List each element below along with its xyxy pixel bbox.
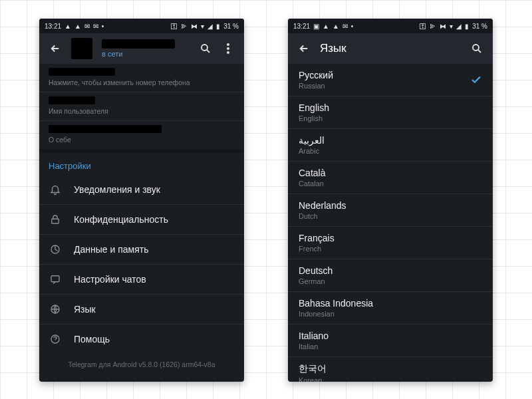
mail-icon: ✉ (84, 23, 90, 30)
language-item[interactable]: NederlandsDutch (288, 194, 493, 227)
back-button[interactable] (297, 42, 311, 55)
mail-icon: ✉ (93, 23, 98, 30)
bio-caption: О себе (49, 136, 235, 144)
data-icon (49, 243, 62, 256)
language-item[interactable]: CatalàCatalan (288, 162, 493, 194)
settings-label: Данные и память (74, 244, 148, 255)
language-item[interactable]: ItalianoItalian (288, 325, 493, 357)
vibrate-icon: ⫸ (430, 23, 436, 30)
back-button[interactable] (49, 42, 62, 55)
app-icon: ▲ (332, 23, 339, 30)
status-bar: 13:21 ▣ ▲ ▲ ✉ • ⚿ ⫸ ⧓ ▾ ◢ ▮ 31 % (288, 19, 493, 33)
language-item[interactable]: EnglishEnglish (288, 96, 493, 129)
phone-row[interactable]: Нажмите, чтобы изменить номер телефона (39, 64, 244, 92)
phone-settings: 13:21 ▲ ▲ ✉ ✉ • ⚿ ⫸ ⧓ ▾ ◢ ▮ 31 % (39, 19, 244, 382)
status-time: 13:21 (45, 23, 61, 30)
settings-data[interactable]: Данные и память (39, 235, 244, 265)
phone-redacted (49, 68, 115, 76)
bio-row[interactable]: О себе (39, 121, 244, 153)
language-item[interactable]: РусскийRussian (288, 64, 493, 96)
language-subtitle: Indonesian (299, 310, 373, 318)
language-subtitle: French (299, 245, 334, 253)
username-row[interactable]: Имя пользователя (39, 92, 244, 121)
avatar[interactable] (71, 38, 92, 59)
app-icon: ▲ (323, 23, 329, 30)
language-subtitle: Korean (299, 376, 327, 382)
key-icon: ⚿ (171, 23, 178, 30)
svg-rect-4 (52, 219, 59, 223)
settings-language[interactable]: Язык (39, 295, 244, 325)
svg-rect-6 (51, 276, 59, 282)
help-icon (49, 332, 62, 346)
svg-point-0 (201, 45, 207, 51)
settings-chats[interactable]: Настройки чатов (39, 265, 244, 295)
language-item[interactable]: FrançaisFrench (288, 227, 493, 259)
svg-point-1 (227, 43, 229, 46)
phone-caption: Нажмите, чтобы изменить номер телефона (49, 78, 235, 86)
app-icon: ▣ (313, 23, 319, 30)
language-subtitle: Dutch (299, 212, 346, 220)
search-button[interactable] (470, 42, 483, 55)
settings-header: Настройки (39, 153, 244, 175)
settings-label: Конфиденциальность (74, 214, 168, 225)
language-name: Italiano (299, 331, 329, 341)
app-icon: ▲ (65, 23, 71, 30)
language-name: Català (299, 168, 325, 178)
bluetooth-icon: ⧓ (440, 23, 446, 30)
more-button[interactable] (221, 42, 235, 55)
status-time: 13:21 (293, 23, 310, 30)
key-icon: ⚿ (420, 23, 426, 30)
battery-icon: ▮ (216, 23, 220, 30)
settings-label: Уведомления и звук (74, 184, 160, 195)
battery-percent: 31 % (472, 23, 487, 30)
language-subtitle: Italian (299, 342, 329, 350)
settings-label: Помощь (74, 334, 110, 344)
language-item[interactable]: DeutschGerman (288, 259, 493, 292)
svg-point-9 (473, 45, 479, 51)
language-subtitle: Arabic (299, 147, 325, 155)
mail-icon: ✉ (342, 23, 348, 30)
toolbar: Язык (288, 33, 493, 64)
settings-help[interactable]: Помощь (39, 325, 244, 354)
language-name: Русский (299, 70, 333, 80)
settings-label: Язык (74, 304, 96, 315)
online-status: в сети (102, 50, 190, 58)
username-redacted (49, 96, 95, 104)
language-subtitle: German (299, 277, 332, 285)
profile-name-redacted (102, 39, 175, 49)
check-icon (470, 74, 482, 86)
vibrate-icon: ⫸ (181, 23, 188, 30)
settings-privacy[interactable]: Конфиденциальность (39, 205, 244, 235)
toolbar: в сети (39, 33, 244, 64)
app-icon: ▲ (74, 23, 81, 30)
wifi-icon: ▾ (450, 23, 453, 30)
search-button[interactable] (199, 42, 212, 55)
language-name: Nederlands (299, 200, 346, 211)
language-name: Français (299, 233, 334, 243)
language-subtitle: Russian (299, 82, 333, 90)
language-item[interactable]: العربيةArabic (288, 129, 493, 162)
dot-icon: • (351, 23, 354, 30)
language-name: 한국어 (299, 363, 327, 375)
bio-redacted (49, 125, 162, 133)
language-item[interactable]: 한국어Korean (288, 357, 493, 382)
status-bar: 13:21 ▲ ▲ ✉ ✉ • ⚿ ⫸ ⧓ ▾ ◢ ▮ 31 % (39, 19, 244, 33)
bluetooth-icon: ⧓ (191, 23, 198, 30)
wifi-icon: ▾ (201, 23, 204, 30)
language-subtitle: Catalan (299, 180, 325, 188)
settings-notifications[interactable]: Уведомления и звук (39, 175, 244, 205)
chat-icon (49, 273, 62, 286)
language-name: English (299, 102, 329, 113)
language-name: Deutsch (299, 265, 332, 276)
signal-icon: ◢ (207, 23, 213, 30)
phone-language: 13:21 ▣ ▲ ▲ ✉ • ⚿ ⫸ ⧓ ▾ ◢ ▮ 31 % Я (288, 19, 493, 382)
username-caption: Имя пользователя (49, 107, 235, 115)
battery-icon: ▮ (465, 23, 469, 30)
page-title: Язык (320, 42, 461, 55)
dot-icon: • (102, 23, 104, 30)
language-subtitle: English (299, 114, 329, 122)
globe-icon (49, 303, 62, 316)
svg-point-3 (227, 51, 229, 54)
settings-label: Настройки чатов (74, 274, 146, 285)
language-item[interactable]: Bahasa IndonesiaIndonesian (288, 292, 493, 325)
